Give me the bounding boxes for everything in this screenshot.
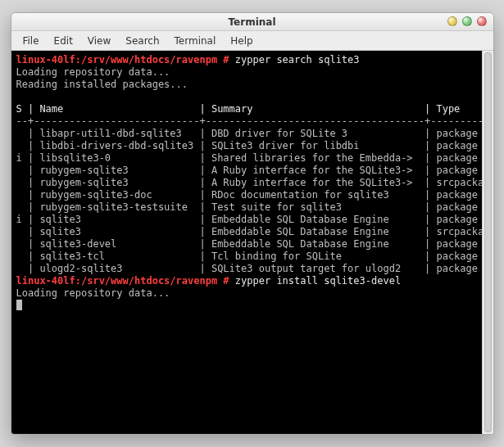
window-title: Terminal: [228, 16, 275, 28]
terminal-viewport[interactable]: linux-40lf:/srv/www/htdocs/ravenpm # zyp…: [11, 51, 482, 434]
scrollbar-thumb[interactable]: [484, 52, 492, 432]
titlebar: Terminal: [11, 13, 493, 31]
menu-search[interactable]: Search: [119, 34, 166, 48]
menubar: File Edit View Search Terminal Help: [11, 31, 493, 51]
menu-help[interactable]: Help: [224, 34, 259, 48]
close-button[interactable]: [477, 16, 487, 26]
menu-file[interactable]: File: [16, 34, 46, 48]
maximize-button[interactable]: [462, 16, 472, 26]
window-controls: [447, 16, 487, 26]
menu-view[interactable]: View: [81, 34, 117, 48]
minimize-button[interactable]: [447, 16, 457, 26]
terminal-window: Terminal File Edit View Search Terminal …: [11, 12, 494, 435]
menu-terminal[interactable]: Terminal: [168, 34, 223, 48]
scrollbar[interactable]: [482, 51, 493, 434]
content-wrap: linux-40lf:/srv/www/htdocs/ravenpm # zyp…: [11, 51, 493, 434]
menu-edit[interactable]: Edit: [48, 34, 79, 48]
